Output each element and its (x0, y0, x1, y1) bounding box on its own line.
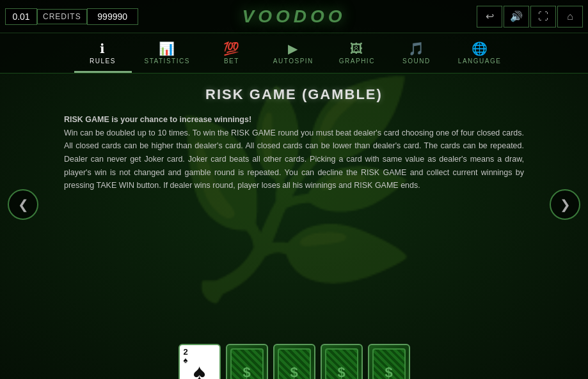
card-back-pattern-2: $ (278, 348, 311, 379)
nav-tabs: ℹ RULES 📊 STATISTICS 💯 BET ▶ AUTOSPIN 🖼 … (0, 33, 588, 73)
sound-tab-icon: 🎵 (408, 42, 425, 55)
home-button[interactable]: ⌂ (557, 6, 583, 27)
bet-icon: 💯 (223, 42, 240, 55)
tab-statistics[interactable]: 📊 STATISTICS (132, 38, 203, 73)
back-button[interactable]: ↩ (477, 6, 502, 27)
rules-icon: ℹ (100, 42, 106, 55)
dealer-card: 2♠ ♠ 2♠ (179, 344, 221, 379)
autospin-icon: ▶ (288, 42, 298, 55)
credits-label: CREDITS (37, 9, 87, 24)
closed-card-1[interactable]: $ (226, 344, 268, 379)
left-arrow-icon: ❮ (18, 197, 29, 212)
graphic-icon: 🖼 (350, 42, 363, 55)
card-back-pattern-3: $ (325, 348, 358, 379)
tab-autospin[interactable]: ▶ AUTOSPIN (260, 38, 326, 73)
tab-graphic-label: GRAPHIC (339, 58, 375, 65)
logo: VOODOO (242, 6, 346, 27)
tab-autospin-label: AUTOSPIN (273, 58, 314, 65)
body-text: RISK GAME is your chance to increase win… (64, 113, 524, 192)
page-title: RISK GAME (GAMBLE) (64, 86, 524, 103)
tab-bet[interactable]: 💯 BET (203, 38, 260, 73)
main-content: RISK GAME (GAMBLE) RISK GAME is your cha… (0, 73, 588, 337)
credits-value: 999990 (87, 8, 138, 25)
tab-sound[interactable]: 🎵 SOUND (388, 38, 445, 73)
bet-display: 0.01 (5, 8, 37, 25)
statistics-icon: 📊 (159, 42, 175, 55)
next-page-button[interactable]: ❯ (550, 189, 580, 220)
right-arrow-icon: ❯ (560, 197, 571, 212)
tab-rules-label: RULES (90, 58, 116, 65)
top-bar: 0.01 CREDITS 999990 VOODOO ↩ 🔊 ⛶ ⌂ (0, 0, 588, 33)
credits-section: 0.01 CREDITS 999990 (5, 8, 138, 25)
top-controls: ↩ 🔊 ⛶ ⌂ (477, 6, 583, 27)
closed-card-2[interactable]: $ (273, 344, 315, 379)
fullscreen-button[interactable]: ⛶ (530, 6, 556, 27)
prev-page-button[interactable]: ❮ (8, 189, 38, 220)
tab-language-label: LANGUAGE (458, 58, 502, 65)
language-icon: 🌐 (472, 42, 488, 55)
tab-graphic[interactable]: 🖼 GRAPHIC (326, 38, 388, 73)
tab-rules[interactable]: ℹ RULES (74, 38, 132, 73)
closed-card-4[interactable]: $ (368, 344, 410, 379)
page-body: RISK GAME is your chance to increase win… (64, 113, 524, 192)
closed-card-3[interactable]: $ (321, 344, 363, 379)
card-top-value: 2♠ (184, 348, 188, 364)
tab-statistics-label: STATISTICS (145, 58, 190, 65)
card-back-pattern-1: $ (230, 348, 264, 379)
card-back-pattern-4: $ (372, 348, 406, 379)
tab-language[interactable]: 🌐 LANGUAGE (445, 38, 514, 73)
card-suit: ♠ (193, 359, 205, 379)
tab-sound-label: SOUND (402, 58, 431, 65)
cards-area: 2♠ ♠ 2♠ $ $ $ $ (0, 337, 588, 379)
sound-button[interactable]: 🔊 (504, 6, 529, 27)
tab-bet-label: BET (224, 58, 239, 65)
